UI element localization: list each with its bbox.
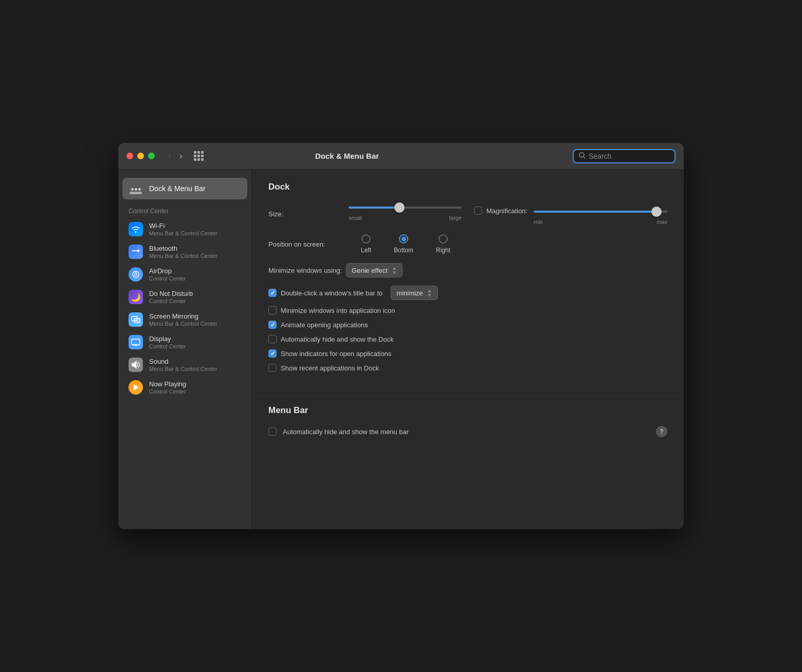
window-title: Dock & Menu Bar [127,152,567,160]
sidebar-item-nowplaying[interactable]: Now Playing Control Center [118,376,251,399]
position-left-label: Left [361,247,371,254]
search-icon [579,152,586,160]
double-click-row: Double-click a window's title bar to min… [268,286,667,300]
position-right-label: Right [436,247,450,254]
dock-section-title: Dock [268,182,667,192]
dnd-sub: Control Center [149,298,193,304]
dock-section: Dock Size: [252,170,684,393]
svg-rect-7 [132,339,140,345]
sidebar-item-display[interactable]: Display Control Center [118,331,251,353]
menubar-autohide-row: Automatically hide and show the menu bar… [268,426,667,437]
autohide-dock-checkbox[interactable] [268,335,277,343]
animate-label: Animate opening applications [281,321,368,329]
mirroring-name: Screen Mirroring [149,312,217,320]
show-recent-row: Show recent applications in Dock [268,364,667,372]
control-center-section-label: Control Center [118,203,251,218]
sidebar-item-sound[interactable]: Sound Menu Bar & Control Center [118,353,251,376]
minimize-dropdown-value: Genie effect [352,267,388,274]
sidebar-item-dnd[interactable]: 🌙 Do Not Disturb Control Center [118,286,251,308]
double-click-label: Double-click a window's title bar to [281,289,382,297]
nowplaying-icon [129,380,143,395]
double-click-action-value: minimize [396,289,423,297]
airdrop-sub: Control Center [149,275,186,282]
menubar-section-title: Menu Bar [268,405,667,416]
magnification-label: Magnification: [486,207,527,215]
titlebar: ‹ › Dock & Menu Bar [118,143,684,170]
minimize-app-label: Minimize windows into application icon [281,307,395,314]
settings-panel: Dock Size: [252,170,684,529]
size-slider-thumb[interactable] [394,202,405,213]
window: ‹ › Dock & Menu Bar [118,143,684,529]
minimize-label: Minimize windows using: [268,267,342,274]
sound-sub: Menu Bar & Control Center [149,366,217,372]
position-bottom-label: Bottom [394,247,413,254]
sidebar: Dock & Menu Bar Control Center Wi-Fi Men… [118,170,252,529]
wifi-sub: Menu Bar & Control Center [149,230,217,236]
show-indicators-checkbox[interactable] [268,349,277,358]
sidebar-selected-label: Dock & Menu Bar [149,184,206,193]
size-slider-fill [349,207,399,209]
svg-line-1 [584,157,585,158]
display-sub: Control Center [149,343,186,349]
position-left[interactable]: Left [361,234,371,254]
double-click-checkbox[interactable] [268,289,277,297]
sidebar-item-mirroring[interactable]: Screen Mirroring Menu Bar & Control Cent… [118,308,251,331]
svg-rect-6 [134,319,140,323]
minimize-dropdown[interactable]: Genie effect ▲ ▼ [346,263,403,277]
show-indicators-label: Show indicators for open applications [281,350,391,358]
size-slider-track [349,207,462,209]
dnd-name: Do Not Disturb [149,290,193,297]
mag-slider-fill [534,211,657,213]
mag-max-label: max [657,219,667,225]
dock-menubar-icon [129,183,143,194]
sound-icon [129,358,143,372]
menubar-section: Menu Bar Automatically hide and show the… [252,393,684,450]
nowplaying-name: Now Playing [149,380,186,388]
position-left-radio[interactable] [361,234,371,244]
airdrop-icon [129,267,143,282]
main-content: Dock & Menu Bar Control Center Wi-Fi Men… [118,170,684,529]
minimize-app-row: Minimize windows into application icon [268,306,667,314]
position-bottom[interactable]: Bottom [394,234,413,254]
animate-checkbox[interactable] [268,321,277,329]
mag-slider-track [534,211,667,213]
svg-point-3 [135,273,137,276]
mirroring-icon [129,312,143,327]
position-label: Position on screen: [268,240,340,248]
sidebar-item-dock-menubar[interactable]: Dock & Menu Bar [122,178,247,199]
display-name: Display [149,335,186,343]
mag-min-label: min [534,219,543,225]
search-box[interactable] [573,149,676,163]
bluetooth-name: Bluetooth [149,245,217,252]
menubar-autohide-checkbox[interactable] [268,427,277,436]
help-button[interactable]: ? [656,426,667,437]
svg-marker-10 [132,361,136,368]
mag-slider-thumb[interactable] [651,207,662,217]
bluetooth-sub: Menu Bar & Control Center [149,253,217,259]
mirroring-sub: Menu Bar & Control Center [149,321,217,327]
position-right[interactable]: Right [436,234,450,254]
size-large-label: large [449,215,462,221]
bluetooth-icon: ⭢ [129,245,143,259]
autohide-dock-row: Automatically hide and show the Dock [268,335,667,343]
double-click-action-dropdown[interactable]: minimize ▲ ▼ [391,286,438,300]
show-recent-label: Show recent applications in Dock [281,364,379,372]
show-recent-checkbox[interactable] [268,364,277,372]
size-label: Size: [268,210,340,218]
magnification-checkbox[interactable] [474,207,482,215]
menubar-autohide-label: Automatically hide and show the menu bar [283,428,409,436]
size-small-label: small [349,215,362,221]
wifi-name: Wi-Fi [149,222,217,230]
sound-name: Sound [149,358,217,365]
minimize-app-checkbox[interactable] [268,306,277,314]
sidebar-item-bluetooth[interactable]: ⭢ Bluetooth Menu Bar & Control Center [118,240,251,263]
search-input[interactable] [589,152,669,160]
sidebar-item-wifi[interactable]: Wi-Fi Menu Bar & Control Center [118,218,251,240]
wifi-icon [129,222,143,236]
airdrop-name: AirDrop [149,267,186,275]
position-bottom-radio[interactable] [399,234,408,244]
dnd-icon: 🌙 [129,290,143,304]
position-right-radio[interactable] [439,234,448,244]
display-icon [129,335,143,349]
sidebar-item-airdrop[interactable]: AirDrop Control Center [118,263,251,286]
